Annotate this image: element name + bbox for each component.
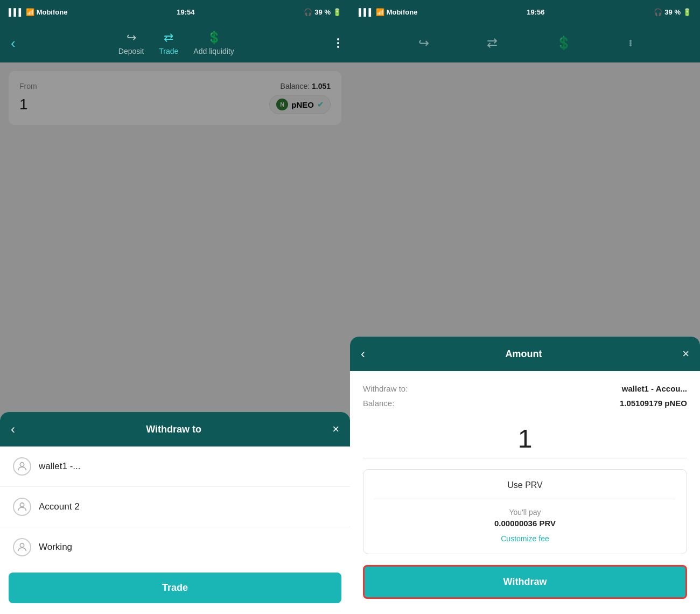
carrier-label-right: Mobifone	[387, 8, 418, 16]
headphone-icon-right: 🎧	[654, 8, 662, 16]
deposit-icon: ↪	[127, 31, 136, 45]
signal-icon-right: ▌▌▌	[359, 8, 374, 16]
carrier-label-left: Mobifone	[37, 8, 68, 16]
bg-icon-2: ⇄	[487, 36, 498, 51]
wifi-icon: 📶	[26, 8, 34, 16]
main-content-right: ‹ Amount × Withdraw to: wallet1 - Accou.…	[350, 62, 700, 614]
signal-icon: ▌▌▌	[9, 8, 24, 16]
wallet-name-0: wallet1 -...	[39, 461, 80, 472]
trade-label: Trade	[159, 47, 178, 55]
withdraw-to-row: Withdraw to: wallet1 - Accou...	[363, 384, 687, 393]
modal-close-button[interactable]: ×	[332, 422, 339, 436]
left-phone: ▌▌▌ 📶 Mobifone 19:54 🎧 39 % 🔋 ‹ ↪ Deposi…	[0, 0, 350, 614]
status-bar-left: ▌▌▌ 📶 Mobifone 19:54 🎧 39 % 🔋	[0, 0, 350, 24]
battery-label-left: 39 %	[314, 8, 331, 16]
back-button-left[interactable]: ‹	[11, 35, 16, 52]
amount-modal-back-button[interactable]: ‹	[361, 346, 365, 361]
withdraw-modal-overlay: ‹ Withdraw to × wallet1 -...	[0, 62, 350, 614]
amount-modal-overlay: ‹ Amount × Withdraw to: wallet1 - Accou.…	[350, 62, 700, 614]
battery-icon-left: 🔋	[333, 8, 341, 16]
wallet-name-2: Working	[39, 542, 72, 553]
trade-button[interactable]: Trade	[9, 573, 341, 603]
nav-deposit[interactable]: ↪ Deposit	[118, 31, 144, 55]
time-right: 19:56	[527, 8, 544, 16]
headphone-icon-left: 🎧	[304, 8, 312, 16]
nav-items-left: ↪ Deposit ⇄ Trade 💲 Add liquidity	[118, 31, 234, 55]
youll-pay-value: 0.00000036 PRV	[374, 519, 676, 528]
fee-card: Use PRV You'll pay 0.00000036 PRV Custom…	[363, 469, 687, 554]
amount-modal-header: ‹ Amount ×	[350, 337, 700, 371]
youll-pay-label: You'll pay	[374, 508, 676, 517]
customize-fee-button[interactable]: Customize fee	[374, 534, 676, 543]
withdraw-to-label: Withdraw to:	[363, 384, 408, 393]
main-content-left: From Balance: 1.051 1 N pNEO ✔ ‹	[0, 62, 350, 614]
status-bar-right: ▌▌▌ 📶 Mobifone 19:56 🎧 39 % 🔋	[350, 0, 700, 24]
svg-point-1	[20, 503, 24, 507]
more-button-left[interactable]	[337, 38, 339, 48]
modal-title: Withdraw to	[146, 424, 201, 435]
battery-icon-right: 🔋	[683, 8, 691, 16]
liquidity-label: Add liquidity	[193, 47, 234, 55]
trade-icon: ⇄	[164, 31, 173, 45]
amount-display[interactable]: 1	[363, 413, 687, 458]
modal-header: ‹ Withdraw to ×	[0, 412, 350, 446]
more-button-right	[629, 40, 632, 46]
amount-modal: ‹ Amount × Withdraw to: wallet1 - Accou.…	[350, 337, 700, 614]
balance-info-label: Balance:	[363, 399, 394, 408]
withdraw-btn-wrapper: Withdraw	[363, 565, 687, 603]
wallet-item-0[interactable]: wallet1 -...	[0, 446, 350, 487]
svg-point-0	[20, 463, 24, 466]
carrier-left: ▌▌▌ 📶 Mobifone	[9, 8, 67, 16]
wallet-item-1[interactable]: Account 2	[0, 487, 350, 527]
wallet-item-2[interactable]: Working	[0, 527, 350, 567]
right-bg-nav: ↪ ⇄ 💲	[350, 24, 700, 62]
wallet-list: wallet1 -... Account 2	[0, 446, 350, 567]
balance-info-value: 1.05109179 pNEO	[620, 399, 687, 408]
deposit-label: Deposit	[118, 47, 144, 55]
wifi-icon-right: 📶	[376, 8, 384, 16]
wallet-avatar-1	[13, 498, 31, 516]
battery-right: 🎧 39 % 🔋	[654, 8, 691, 16]
amount-modal-close-button[interactable]: ×	[682, 347, 689, 361]
modal-back-button[interactable]: ‹	[11, 422, 15, 437]
nav-add-liquidity[interactable]: 💲 Add liquidity	[193, 31, 234, 55]
amount-modal-body: Withdraw to: wallet1 - Accou... Balance:…	[350, 371, 700, 614]
svg-point-2	[20, 543, 24, 547]
withdraw-to-value: wallet1 - Accou...	[622, 384, 687, 393]
nav-trade[interactable]: ⇄ Trade	[159, 31, 178, 55]
bg-icon-3: 💲	[556, 36, 572, 51]
wallet-name-1: Account 2	[39, 501, 80, 512]
use-prv-label: Use PRV	[374, 480, 676, 490]
wallet-avatar-0	[13, 457, 31, 476]
bg-icon-1: ↪	[418, 36, 429, 51]
battery-left: 🎧 39 % 🔋	[304, 8, 341, 16]
liquidity-icon: 💲	[207, 31, 221, 45]
wallet-avatar-2	[13, 538, 31, 556]
amount-modal-title: Amount	[506, 348, 542, 360]
right-phone: ▌▌▌ 📶 Mobifone 19:56 🎧 39 % 🔋 ↪ ⇄ 💲 ‹ Am…	[350, 0, 700, 614]
carrier-right: ▌▌▌ 📶 Mobifone	[359, 8, 417, 16]
withdraw-modal: ‹ Withdraw to × wallet1 -...	[0, 412, 350, 614]
balance-info-row: Balance: 1.05109179 pNEO	[363, 399, 687, 408]
top-nav-left: ‹ ↪ Deposit ⇄ Trade 💲 Add liquidity	[0, 24, 350, 62]
withdraw-button[interactable]: Withdraw	[363, 565, 687, 599]
battery-label-right: 39 %	[664, 8, 681, 16]
time-left: 19:54	[177, 8, 194, 16]
